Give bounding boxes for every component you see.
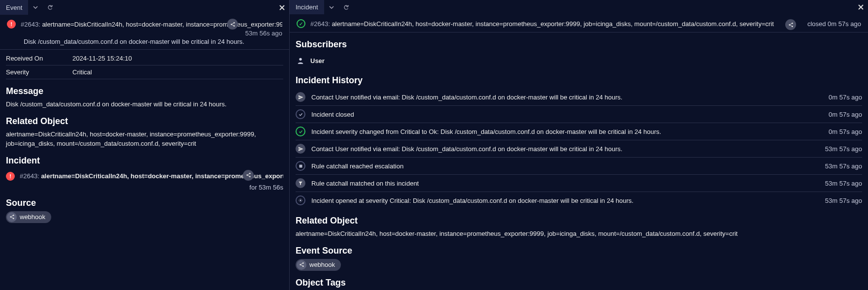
svg-point-8 — [12, 218, 14, 219]
event-source-heading: Event Source — [296, 246, 862, 256]
history-row[interactable]: Rule catchall matched on this incident53… — [296, 175, 862, 192]
history-time: 0m 57s ago — [829, 128, 862, 135]
svg-point-10 — [789, 24, 790, 26]
user-icon — [296, 56, 305, 65]
subscriber-row[interactable]: User — [296, 53, 862, 68]
svg-point-11 — [791, 26, 793, 27]
check-icon — [296, 109, 305, 119]
received-on-value: 2024-11-25 15:24:10 — [72, 55, 132, 62]
event-header: ! #2643: alertname=DiskCriticalIn24h, ho… — [0, 15, 289, 32]
source-pill[interactable]: webhook — [6, 211, 51, 223]
refresh-icon — [343, 4, 349, 10]
history-row[interactable]: Rule catchall reached escalation53m 57s … — [296, 158, 862, 175]
incident-number: #2643: — [310, 20, 330, 28]
send-icon — [296, 92, 305, 102]
svg-point-0 — [233, 22, 234, 23]
right-tabs: Incident — [290, 0, 868, 14]
related-object-heading: Related Object — [6, 116, 283, 127]
severity-label: Severity — [6, 68, 72, 76]
history-text: Rule catchall reached escalation — [311, 162, 819, 170]
svg-point-15 — [302, 262, 303, 264]
svg-rect-13 — [299, 164, 302, 167]
incident-status-time: closed 0m 57s ago — [807, 20, 861, 28]
svg-point-14 — [300, 200, 301, 201]
incident-heading: Incident — [6, 156, 283, 166]
send-icon — [296, 144, 305, 154]
incident-header: ✓ #2643: alertname=DiskCriticalIn24h, ho… — [290, 14, 868, 32]
source-pill-label: webhook — [309, 261, 335, 268]
incident-duration: for 53m 56s — [6, 184, 283, 191]
history-row[interactable]: Incident severity changed from Critical … — [296, 123, 862, 140]
history-time: 0m 57s ago — [829, 111, 862, 118]
close-tab-button[interactable] — [274, 0, 289, 15]
event-number: #2643: — [21, 21, 40, 28]
incident-title: alertname=DiskCriticalIn24h, host=docker… — [332, 20, 773, 28]
subscribers-heading: Subscribers — [296, 39, 862, 50]
svg-point-6 — [12, 215, 14, 216]
history-text: Incident closed — [311, 111, 823, 118]
open-icon — [296, 195, 305, 205]
share-icon — [7, 212, 17, 222]
related-object-text: alertname=DiskCriticalIn24h, host=docker… — [296, 229, 862, 239]
ok-icon — [296, 127, 305, 136]
refresh-button[interactable] — [43, 0, 58, 15]
event-title: alertname=DiskCriticalIn24h, host=docker… — [42, 21, 282, 28]
incident-link[interactable]: ! #2643: alertname=DiskCriticalIn24h, ho… — [6, 169, 283, 184]
svg-point-3 — [249, 173, 250, 174]
history-text: Contact User notified via email: Disk /c… — [311, 145, 819, 153]
history-time: 53m 57s ago — [825, 145, 862, 153]
history-text: Incident opened at severity Critical: Di… — [311, 197, 819, 204]
history-text: Incident severity changed from Critical … — [311, 128, 823, 135]
history-row[interactable]: Incident opened at severity Critical: Di… — [296, 192, 862, 209]
incident-number: #2643: — [20, 172, 39, 180]
related-object-heading: Related Object — [296, 216, 862, 226]
critical-icon: ! — [6, 172, 15, 181]
history-time: 53m 57s ago — [825, 180, 862, 187]
history-time: 0m 57s ago — [829, 94, 862, 101]
svg-point-17 — [302, 266, 303, 267]
left-tabs: Event — [0, 0, 289, 15]
chevron-down-icon — [33, 4, 38, 10]
message-heading: Message — [6, 86, 283, 97]
svg-point-5 — [249, 176, 250, 177]
critical-icon: ! — [7, 20, 16, 29]
history-heading: Incident History — [296, 75, 862, 86]
source-heading: Source — [6, 198, 283, 208]
object-tags-heading: Object Tags — [296, 278, 862, 288]
history-time: 53m 57s ago — [825, 197, 862, 204]
refresh-button[interactable] — [339, 0, 354, 14]
svg-point-12 — [299, 58, 301, 61]
escalate-icon — [296, 161, 305, 171]
history-text: Rule catchall matched on this incident — [311, 180, 819, 187]
event-subtitle: Disk /custom_data/custom.conf.d on docke… — [0, 37, 289, 49]
close-icon — [858, 4, 864, 10]
history-list: Contact User notified via email: Disk /c… — [296, 89, 862, 209]
severity-value: Critical — [72, 68, 92, 76]
share-icon[interactable] — [227, 19, 238, 30]
svg-point-16 — [300, 264, 301, 265]
message-text: Disk /custom_data/custom.conf.d on docke… — [6, 99, 283, 109]
source-pill-label: webhook — [20, 213, 45, 221]
svg-point-4 — [246, 174, 248, 176]
received-on-label: Received On — [6, 55, 72, 62]
tab-event[interactable]: Event — [0, 0, 28, 15]
share-icon — [297, 260, 306, 270]
tab-incident[interactable]: Incident — [290, 0, 324, 14]
history-text: Contact User notified via email: Disk /c… — [311, 94, 823, 101]
dropdown-button[interactable] — [28, 0, 43, 15]
close-tab-button[interactable] — [853, 0, 868, 14]
history-row[interactable]: Contact User notified via email: Disk /c… — [296, 140, 862, 158]
svg-point-7 — [10, 216, 11, 218]
related-object-text: alertname=DiskCriticalIn24h, host=docker… — [6, 129, 283, 149]
share-icon[interactable] — [785, 19, 796, 30]
filter-icon — [296, 178, 305, 188]
chevron-down-icon — [329, 4, 334, 10]
history-row[interactable]: Contact User notified via email: Disk /c… — [296, 89, 862, 106]
dropdown-button[interactable] — [324, 0, 339, 14]
source-pill[interactable]: webhook — [296, 259, 341, 271]
history-row[interactable]: Incident closed0m 57s ago — [296, 106, 862, 123]
close-icon — [279, 5, 285, 10]
svg-point-1 — [231, 24, 232, 25]
share-icon[interactable] — [243, 170, 254, 181]
svg-point-2 — [233, 25, 234, 27]
